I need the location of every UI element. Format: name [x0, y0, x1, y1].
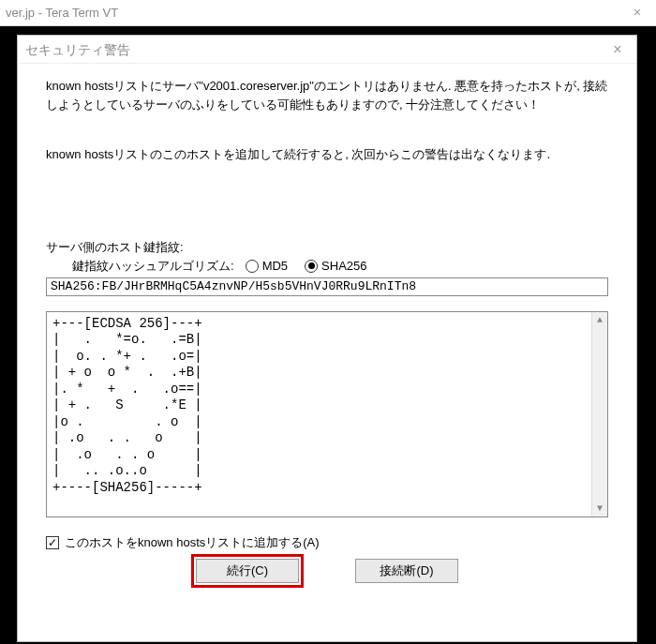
dialog-button-row: 続行(C) 接続断(D): [46, 559, 608, 583]
radio-md5[interactable]: MD5: [246, 259, 288, 273]
scroll-up-icon[interactable]: ▲: [592, 312, 607, 328]
security-warning-dialog: セキュリティ警告 × known hostsリストにサーバ"v2001.core…: [17, 35, 637, 642]
fingerprint-section-label: サーバ側のホスト鍵指紋:: [46, 239, 608, 256]
randomart-box[interactable]: +---[ECDSA 256]---+ | . *=o. .=B| | o. .…: [46, 311, 608, 517]
warning-message-2: known hostsリストのこのホストを追加して続行すると, 次回からこの警告…: [46, 145, 608, 164]
radio-icon: [246, 260, 259, 273]
radio-sha256-label: SHA256: [321, 259, 366, 273]
fingerprint-input[interactable]: [46, 277, 608, 296]
terminal-background: [0, 26, 656, 35]
add-host-checkbox-row[interactable]: ✓ このホストをknown hostsリストに追加する(A): [46, 534, 608, 551]
hash-algorithm-label: 鍵指紋ハッシュアルゴリズム:: [72, 258, 234, 275]
scrollbar[interactable]: ▲▼: [591, 312, 607, 517]
continue-button[interactable]: 続行(C): [196, 559, 299, 583]
add-host-checkbox-label: このホストをknown hostsリストに追加する(A): [65, 534, 320, 551]
parent-title: ver.jp - Tera Term VT: [6, 6, 118, 20]
radio-icon: [305, 260, 318, 273]
dialog-body: known hostsリストにサーバ"v2001.coreserver.jp"の…: [18, 64, 636, 641]
randomart-text: +---[ECDSA 256]---+ | . *=o. .=B| | o. .…: [52, 316, 202, 495]
close-icon[interactable]: ×: [606, 36, 629, 64]
hash-algorithm-row: 鍵指紋ハッシュアルゴリズム: MD5 SHA256: [72, 258, 608, 275]
dialog-title: セキュリティ警告: [25, 36, 130, 64]
parent-window-titlebar: ver.jp - Tera Term VT ×: [0, 0, 656, 26]
radio-md5-label: MD5: [262, 259, 288, 273]
scroll-down-icon[interactable]: ▼: [592, 501, 607, 517]
radio-sha256[interactable]: SHA256: [305, 259, 366, 273]
parent-close-button[interactable]: ×: [619, 0, 656, 26]
fingerprint-section: サーバ側のホスト鍵指紋: 鍵指紋ハッシュアルゴリズム: MD5 SHA256: [46, 239, 608, 296]
dialog-titlebar: セキュリティ警告 ×: [18, 36, 636, 64]
disconnect-button[interactable]: 接続断(D): [355, 559, 458, 583]
warning-message-1: known hostsリストにサーバ"v2001.coreserver.jp"の…: [46, 77, 608, 113]
checkbox-icon: ✓: [46, 536, 59, 549]
